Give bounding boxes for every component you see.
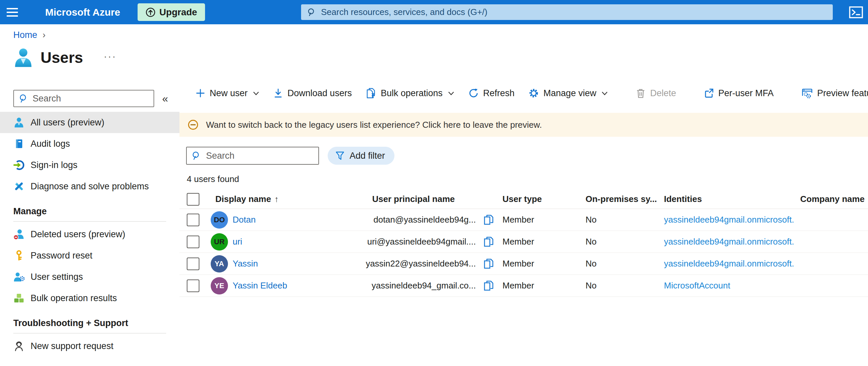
copy-icon[interactable] [483, 236, 494, 248]
breadcrumb-chevron-icon: › [42, 30, 45, 40]
filter-funnel-icon [335, 151, 345, 161]
per-user-mfa-button[interactable]: Per-user MFA [704, 88, 774, 98]
sidebar-search-box[interactable] [13, 90, 154, 107]
search-icon [191, 151, 202, 161]
identity-link[interactable]: MicrosoftAccount [664, 281, 730, 290]
user-principal-name: uri@yassineldeeb94gmail.... [359, 236, 478, 247]
row-checkbox[interactable] [187, 214, 199, 226]
table-row: YA Yassin yassin22@yassineldeeb94... Mem… [180, 253, 868, 275]
plus-icon [195, 88, 205, 98]
avatar: YE [211, 277, 228, 294]
upgrade-arrow-icon [146, 7, 156, 17]
search-icon [307, 8, 316, 17]
user-principal-name: dotan@yassineldeeb94g... [359, 215, 478, 225]
row-checkbox[interactable] [187, 280, 199, 292]
display-name-link[interactable]: Yassin Eldeeb [232, 281, 287, 291]
row-checkbox[interactable] [187, 257, 199, 270]
password-reset-key-icon [13, 250, 25, 261]
sidebar-item-all-users[interactable]: All users (preview) [0, 112, 180, 133]
header-identities[interactable]: Identities [661, 194, 798, 204]
divider [13, 333, 166, 333]
sidebar-item-label: Audit logs [31, 139, 70, 149]
table-row: YE Yassin Eldeeb yassineldeeb94_gmail.co… [180, 275, 868, 297]
identity-link[interactable]: yassineldeeb94gmail.onmicrosoft. [664, 236, 794, 247]
breadcrumb-home-link[interactable]: Home [13, 30, 37, 40]
avatar: YA [211, 255, 228, 273]
select-all-checkbox[interactable] [187, 193, 199, 206]
display-name-link[interactable]: Dotan [232, 215, 255, 225]
on-premises-sync: No [582, 258, 661, 269]
user-principal-name: yassin22@yassineldeeb94... [359, 258, 478, 269]
users-search-box[interactable] [186, 147, 319, 165]
sidebar-search-input[interactable] [33, 93, 149, 104]
manage-view-button[interactable]: Manage view [528, 88, 608, 98]
table-row: DO Dotan dotan@yassineldeeb94g... Member… [180, 209, 868, 231]
refresh-button[interactable]: Refresh [468, 88, 515, 98]
sidebar-item-label: Sign-in logs [31, 160, 78, 170]
sidebar-item-label: All users (preview) [31, 117, 104, 128]
main-content: New user Download users Bulk operations [180, 82, 868, 366]
command-bar: New user Download users Bulk operations [180, 82, 868, 105]
preview-features-button[interactable]: Preview features [802, 88, 868, 98]
sidebar-item-label: Diagnose and solve problems [31, 181, 149, 192]
info-minus-icon [187, 119, 199, 131]
sidebar-item-diagnose[interactable]: Diagnose and solve problems [0, 176, 180, 197]
new-user-button[interactable]: New user [195, 88, 259, 98]
sidebar-item-audit-logs[interactable]: Audit logs [0, 133, 180, 154]
sidebar-item-user-settings[interactable]: User settings [0, 266, 180, 287]
copy-icon[interactable] [483, 280, 494, 292]
header-display-name[interactable]: Display name ↑ [206, 194, 359, 204]
sidebar-item-bulk-results[interactable]: Bulk operation results [0, 287, 180, 309]
upgrade-label: Upgrade [159, 7, 197, 18]
global-search-box[interactable] [301, 4, 833, 20]
copy-icon[interactable] [483, 214, 494, 226]
sidebar-item-label: Deleted users (preview) [31, 229, 125, 240]
header-on-premises[interactable]: On-premises sy... [582, 194, 661, 204]
sidebar-item-sign-in-logs[interactable]: Sign-in logs [0, 154, 180, 176]
global-search-input[interactable] [321, 7, 827, 17]
support-request-icon [13, 340, 25, 352]
external-link-icon [704, 88, 714, 98]
table-header-row: Display name ↑ User principal name User … [180, 190, 868, 209]
results-count: 4 users found [187, 174, 868, 184]
breadcrumb: Home › [13, 30, 45, 40]
header-user-principal-name[interactable]: User principal name [359, 194, 478, 204]
identity-link[interactable]: yassineldeeb94gmail.onmicrosoft. [664, 215, 794, 225]
copy-icon[interactable] [483, 258, 494, 270]
user-settings-icon [13, 271, 25, 282]
display-name-link[interactable]: Yassin [232, 258, 258, 269]
download-icon [273, 88, 283, 98]
users-search-input[interactable] [206, 151, 314, 161]
user-principal-name: yassineldeeb94_gmail.co... [359, 281, 478, 291]
sidebar-item-new-support-request[interactable]: New support request [0, 335, 180, 357]
delete-button[interactable]: Delete [636, 88, 676, 98]
user-type: Member [498, 258, 582, 269]
sidebar-item-password-reset[interactable]: Password reset [0, 245, 180, 266]
display-name-link[interactable]: uri [232, 236, 242, 247]
cloud-shell-icon[interactable] [849, 6, 863, 19]
add-filter-button[interactable]: Add filter [328, 147, 395, 165]
search-icon [19, 93, 29, 104]
sidebar-item-label: User settings [31, 272, 83, 282]
upgrade-button[interactable]: Upgrade [137, 3, 205, 21]
identity-link[interactable]: yassineldeeb94gmail.onmicrosoft. [664, 258, 794, 269]
filter-row: Add filter [186, 147, 868, 165]
hamburger-menu-icon[interactable] [0, 0, 25, 24]
preview-features-icon [802, 88, 813, 98]
sidebar: « All users (preview) Audit logs Sign-in… [0, 82, 180, 366]
bulk-operations-button[interactable]: Bulk operations [366, 87, 454, 99]
sidebar-item-deleted-users[interactable]: Deleted users (preview) [0, 224, 180, 245]
deleted-users-icon [13, 229, 25, 240]
banner-message[interactable]: Want to switch back to the legacy users … [206, 120, 542, 130]
header-company-name[interactable]: Company name [798, 194, 868, 204]
users-table: Display name ↑ User principal name User … [180, 190, 868, 297]
header-user-type[interactable]: User type [498, 194, 582, 204]
table-row: UR uri uri@yassineldeeb94gmail.... Membe… [180, 231, 868, 253]
row-checkbox[interactable] [187, 235, 199, 248]
avatar: DO [211, 211, 228, 229]
sort-ascending-icon: ↑ [275, 194, 279, 204]
download-users-button[interactable]: Download users [273, 88, 352, 98]
sidebar-collapse-button[interactable]: « [162, 92, 168, 105]
page-more-button[interactable]: ··· [104, 51, 117, 62]
user-type: Member [498, 281, 582, 291]
